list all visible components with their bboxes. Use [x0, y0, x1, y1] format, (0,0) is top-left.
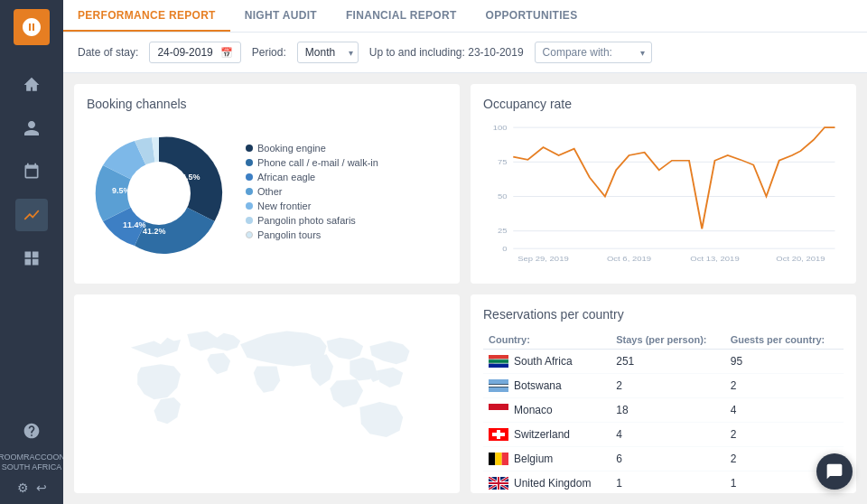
- table-row: South Africa 251 95: [483, 349, 844, 373]
- calendar-icon: 📅: [220, 47, 233, 59]
- sidebar-item-calendar[interactable]: [15, 155, 48, 188]
- legend-item-booking-engine: Booking engine: [246, 143, 378, 154]
- sidebar-item-help[interactable]: [15, 415, 48, 447]
- svg-text:75: 75: [498, 157, 508, 165]
- upto-label: Up to and including: 23-10-2019: [369, 46, 524, 59]
- sidebar-item-person[interactable]: [15, 112, 48, 145]
- svg-text:100: 100: [493, 123, 508, 131]
- booking-channels-panel: Booking channels: [74, 84, 460, 284]
- period-select-wrap: Month Week Day Year: [297, 42, 359, 63]
- svg-text:9.5%: 9.5%: [112, 186, 131, 195]
- legend-item-other: Other: [246, 186, 378, 197]
- flag-icon: [489, 453, 508, 465]
- sidebar-user-info: ROOMRACCOON SOUTH AFRICA: [0, 453, 65, 473]
- occupancy-chart: 100 75 50 25 0 Sep 29, 2019 Oct 6, 2019 …: [483, 120, 844, 267]
- date-of-stay-label: Date of stay:: [78, 46, 138, 59]
- occupancy-rate-title: Occupancy rate: [483, 97, 844, 111]
- period-label: Period:: [252, 46, 286, 59]
- period-select[interactable]: Month Week Day Year: [297, 42, 359, 63]
- compare-select[interactable]: Compare with: Previous period Last year …: [535, 42, 652, 63]
- legend-item-pangolin-photo: Pangolin photo safaris: [246, 215, 378, 226]
- flag-icon: [489, 404, 508, 416]
- svg-rect-33: [492, 433, 505, 436]
- content-grid: Booking channels: [63, 73, 867, 504]
- svg-text:Oct 13, 2019: Oct 13, 2019: [690, 255, 739, 263]
- svg-text:50: 50: [498, 192, 508, 201]
- legend-item-african-eagle: African eagle: [246, 172, 378, 182]
- sidebar-item-chart[interactable]: [15, 199, 48, 231]
- col-country: Country:: [483, 331, 611, 350]
- svg-rect-22: [489, 355, 508, 359]
- legend-item-new-frontier: New frontier: [246, 201, 378, 211]
- svg-rect-36: [502, 453, 508, 465]
- svg-text:0: 0: [502, 244, 507, 252]
- sidebar-item-home[interactable]: [15, 69, 48, 101]
- topnav: PERFORMANCE REPORT NIGHT AUDIT FINANCIAL…: [63, 0, 867, 33]
- svg-rect-23: [489, 363, 508, 368]
- svg-point-0: [127, 162, 191, 225]
- reservations-table: Country: Stays (per person): Guests per …: [483, 331, 844, 494]
- flag-icon: [489, 355, 508, 368]
- settings-icon[interactable]: ⚙: [17, 481, 29, 495]
- world-map-svg: [74, 294, 460, 494]
- flag-icon: [489, 428, 508, 441]
- occupancy-rate-panel: Occupancy rate 100 75 50 25 0 Sep 29: [471, 84, 856, 284]
- map-panel: [74, 294, 460, 494]
- svg-text:Oct 20, 2019: Oct 20, 2019: [776, 255, 825, 263]
- table-row: Belgium 6 2: [483, 446, 844, 471]
- svg-rect-35: [495, 453, 501, 465]
- col-guests: Guests per country:: [725, 331, 844, 350]
- table-row: United Kingdom 1 1: [483, 471, 844, 493]
- sidebar: ROOMRACCOON SOUTH AFRICA ⚙ ↩: [0, 0, 63, 504]
- main-content: PERFORMANCE REPORT NIGHT AUDIT FINANCIAL…: [63, 0, 867, 504]
- date-input[interactable]: 24-09-2019 📅: [149, 42, 240, 63]
- svg-text:26.5%: 26.5%: [177, 173, 200, 182]
- filterbar: Date of stay: 24-09-2019 📅 Period: Month…: [63, 33, 867, 73]
- svg-text:25: 25: [498, 227, 508, 235]
- table-row: Botswana 2 2: [483, 373, 844, 397]
- svg-rect-34: [489, 453, 495, 465]
- col-stays: Stays (per person):: [611, 331, 724, 350]
- donut-chart: 26.5% 11.4% 9.5% 41.2%: [87, 121, 231, 266]
- tab-night-audit[interactable]: NIGHT AUDIT: [230, 0, 331, 32]
- legend-item-pangolin-tours: Pangolin tours: [246, 229, 378, 240]
- table-row: Switzerland 4 2: [483, 422, 844, 446]
- svg-text:Sep 29, 2019: Sep 29, 2019: [517, 255, 569, 263]
- booking-channels-content: 26.5% 11.4% 9.5% 41.2% Booking engine Ph…: [87, 120, 447, 267]
- svg-rect-25: [489, 359, 508, 363]
- svg-rect-30: [489, 410, 508, 416]
- sidebar-item-grid[interactable]: [15, 242, 48, 275]
- reservations-title: Reservations per country: [483, 307, 844, 322]
- tab-performance-report[interactable]: PERFORMANCE REPORT: [63, 0, 230, 32]
- logout-icon[interactable]: ↩: [36, 481, 47, 495]
- chat-button[interactable]: [816, 453, 853, 490]
- svg-text:Oct 6, 2019: Oct 6, 2019: [607, 255, 651, 263]
- svg-rect-29: [489, 404, 508, 410]
- tab-opportunities[interactable]: OPPORTUNITIES: [471, 0, 592, 32]
- donut-legend: Booking engine Phone call / e-mail / wal…: [246, 143, 378, 244]
- sidebar-logo[interactable]: [14, 9, 50, 45]
- svg-rect-28: [489, 385, 508, 387]
- flag-icon: [489, 379, 508, 392]
- booking-channels-title: Booking channels: [87, 97, 447, 111]
- reservations-panel: Reservations per country Country: Stays …: [471, 294, 856, 494]
- compare-select-wrap: Compare with: Previous period Last year …: [535, 42, 652, 63]
- tab-financial-report[interactable]: FINANCIAL REPORT: [331, 0, 471, 32]
- flag-icon: [489, 477, 508, 490]
- svg-text:41.2%: 41.2%: [143, 227, 166, 236]
- legend-item-phone: Phone call / e-mail / walk-in: [246, 157, 378, 168]
- table-row: Monaco 18 4: [483, 397, 844, 422]
- svg-rect-45: [489, 482, 508, 484]
